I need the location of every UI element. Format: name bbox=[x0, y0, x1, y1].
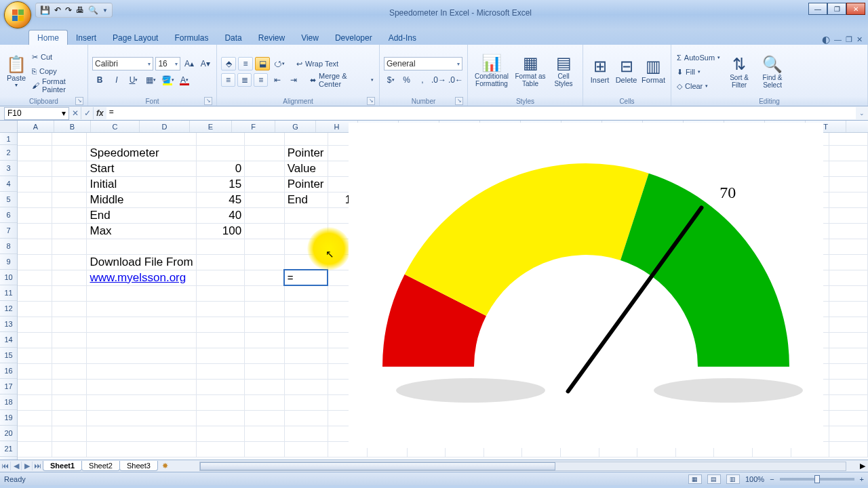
page-layout-view-button[interactable]: ▤ bbox=[707, 474, 721, 484]
font-dialog-launcher[interactable]: ↘ bbox=[204, 97, 212, 105]
fill-color-button[interactable]: 🪣▾ bbox=[160, 73, 175, 87]
sheet-nav-prev[interactable]: ◀ bbox=[11, 462, 22, 470]
preview-icon[interactable]: 🔍 bbox=[88, 5, 98, 15]
format-painter-button[interactable]: 🖌Format Painter bbox=[31, 79, 83, 92]
wrap-text-button[interactable]: ↩Wrap Text bbox=[295, 58, 340, 70]
border-button[interactable]: ▦▾ bbox=[143, 73, 158, 87]
qat-menu-icon[interactable]: ▼ bbox=[102, 7, 108, 14]
doc-restore-icon[interactable]: ❐ bbox=[846, 35, 852, 44]
delete-cells-button[interactable]: ⊟Delete bbox=[614, 47, 639, 94]
scroll-right-button[interactable]: ▶ bbox=[857, 462, 868, 470]
select-all-button[interactable] bbox=[0, 121, 18, 133]
tab-insert[interactable]: Insert bbox=[68, 30, 104, 45]
find-select-button[interactable]: 🔍Find & Select bbox=[757, 49, 788, 95]
merge-center-button[interactable]: ⬌Merge & Center▾ bbox=[309, 74, 375, 87]
shrink-font-button[interactable]: A▾ bbox=[198, 57, 212, 70]
speedometer-chart[interactable]: 70 bbox=[349, 123, 823, 448]
font-name-combo[interactable]: Calibri▾ bbox=[92, 57, 153, 70]
alignment-dialog-launcher[interactable]: ↘ bbox=[367, 97, 375, 105]
page-break-view-button[interactable]: ▥ bbox=[726, 474, 740, 484]
font-size-combo[interactable]: 16▾ bbox=[155, 57, 180, 70]
format-cells-button[interactable]: ▥Format bbox=[640, 47, 667, 94]
decrease-decimal-button[interactable]: .0← bbox=[448, 73, 463, 87]
cancel-formula-button[interactable]: ✕ bbox=[69, 107, 81, 119]
row-headers[interactable]: 123456789101112131415161718192021 bbox=[0, 133, 18, 460]
save-icon[interactable]: 💾 bbox=[40, 5, 50, 15]
tab-add-ins[interactable]: Add-Ins bbox=[380, 30, 425, 45]
window-title: Speedometer In Excel - Microsoft Excel bbox=[113, 0, 808, 18]
comma-button[interactable]: , bbox=[416, 73, 429, 87]
orientation-button[interactable]: ⭯▾ bbox=[272, 57, 287, 70]
align-right-button[interactable]: ≡ bbox=[254, 73, 268, 87]
sheet-tab-sheet3[interactable]: Sheet3 bbox=[119, 461, 158, 471]
sheet-nav-first[interactable]: ⏮ bbox=[0, 462, 11, 470]
underline-button[interactable]: U▾ bbox=[126, 73, 141, 87]
close-button[interactable]: ✕ bbox=[846, 3, 865, 15]
doc-minimize-icon[interactable]: — bbox=[834, 35, 842, 43]
sort-filter-button[interactable]: ⇅Sort & Filter bbox=[724, 49, 755, 95]
cut-button[interactable]: ✂Cut bbox=[31, 51, 83, 64]
number-format-combo[interactable]: General▾ bbox=[384, 57, 462, 70]
cell-styles-button[interactable]: ▤Cell Styles bbox=[549, 47, 578, 94]
align-top-button[interactable]: ⬘ bbox=[221, 57, 236, 70]
undo-icon[interactable]: ↶ bbox=[54, 5, 61, 15]
zoom-level[interactable]: 100% bbox=[745, 475, 764, 483]
chevron-down-icon[interactable]: ▾ bbox=[62, 108, 66, 118]
doc-close-icon[interactable]: ✕ bbox=[856, 35, 863, 44]
bold-button[interactable]: B bbox=[92, 73, 107, 87]
name-box[interactable]: F10▾ bbox=[4, 107, 69, 120]
align-center-button[interactable]: ≣ bbox=[237, 73, 252, 87]
zoom-in-button[interactable]: + bbox=[860, 475, 864, 483]
format-as-table-button[interactable]: ▦Format as Table bbox=[514, 47, 547, 94]
clipboard-dialog-launcher[interactable]: ↘ bbox=[75, 97, 83, 105]
accounting-button[interactable]: $▾ bbox=[384, 73, 397, 87]
tab-developer[interactable]: Developer bbox=[327, 30, 380, 45]
help-icon[interactable]: ◐ bbox=[822, 34, 830, 45]
fill-button[interactable]: ⬇Fill▾ bbox=[675, 66, 722, 79]
minimize-button[interactable]: — bbox=[808, 3, 827, 15]
align-left-button[interactable]: ≡ bbox=[221, 73, 235, 87]
tab-data[interactable]: Data bbox=[216, 30, 250, 45]
italic-button[interactable]: I bbox=[109, 73, 124, 87]
enter-formula-button[interactable]: ✓ bbox=[81, 107, 94, 119]
increase-decimal-button[interactable]: .0→ bbox=[431, 73, 446, 87]
fill-icon: ⬇ bbox=[677, 68, 683, 77]
align-bottom-button[interactable]: ⬓ bbox=[255, 57, 270, 70]
office-button[interactable] bbox=[4, 1, 31, 28]
expand-formula-bar[interactable]: ⌄ bbox=[856, 110, 868, 117]
grow-font-button[interactable]: A▴ bbox=[182, 57, 197, 70]
tab-page-layout[interactable]: Page Layout bbox=[104, 30, 166, 45]
new-sheet-button[interactable]: ✸ bbox=[158, 462, 172, 470]
sheet-nav-last[interactable]: ⏭ bbox=[33, 462, 43, 470]
formula-bar-input[interactable]: = bbox=[106, 107, 856, 119]
percent-button[interactable]: % bbox=[399, 73, 413, 87]
sheet-tab-sheet1[interactable]: Sheet1 bbox=[43, 461, 82, 471]
autosum-button[interactable]: ΣAutoSum▾ bbox=[675, 52, 722, 64]
font-color-button[interactable]: A▾ bbox=[177, 73, 192, 87]
tab-view[interactable]: View bbox=[293, 30, 327, 45]
align-middle-button[interactable]: ≡ bbox=[238, 57, 253, 70]
tab-formulas[interactable]: Formulas bbox=[166, 30, 216, 45]
sheet-tab-sheet2[interactable]: Sheet2 bbox=[81, 461, 120, 471]
conditional-formatting-button[interactable]: 📊Conditional Formatting bbox=[472, 47, 511, 94]
zoom-slider[interactable] bbox=[780, 478, 854, 481]
decrease-indent-button[interactable]: ⇤ bbox=[270, 73, 284, 87]
clear-button[interactable]: ◇Clear▾ bbox=[675, 80, 722, 93]
svg-point-1 bbox=[654, 378, 803, 403]
zoom-out-button[interactable]: − bbox=[770, 475, 774, 483]
find-icon: 🔍 bbox=[762, 55, 783, 74]
normal-view-button[interactable]: ▦ bbox=[688, 474, 702, 484]
copy-button[interactable]: ⎘Copy bbox=[31, 65, 83, 78]
redo-icon[interactable]: ↷ bbox=[65, 5, 72, 15]
maximize-button[interactable]: ❐ bbox=[827, 3, 846, 15]
print-icon[interactable]: 🖶 bbox=[76, 5, 84, 15]
increase-indent-button[interactable]: ⇥ bbox=[286, 73, 300, 87]
tab-home[interactable]: Home bbox=[28, 30, 68, 45]
fx-icon[interactable]: fx bbox=[94, 108, 106, 118]
number-dialog-launcher[interactable]: ↘ bbox=[455, 97, 463, 105]
tab-review[interactable]: Review bbox=[250, 30, 293, 45]
sheet-nav-next[interactable]: ▶ bbox=[22, 462, 33, 470]
horizontal-scrollbar[interactable] bbox=[199, 462, 846, 471]
paste-button[interactable]: 📋 Paste ▾ bbox=[4, 48, 28, 94]
insert-cells-button[interactable]: ⊞Insert bbox=[587, 47, 612, 94]
